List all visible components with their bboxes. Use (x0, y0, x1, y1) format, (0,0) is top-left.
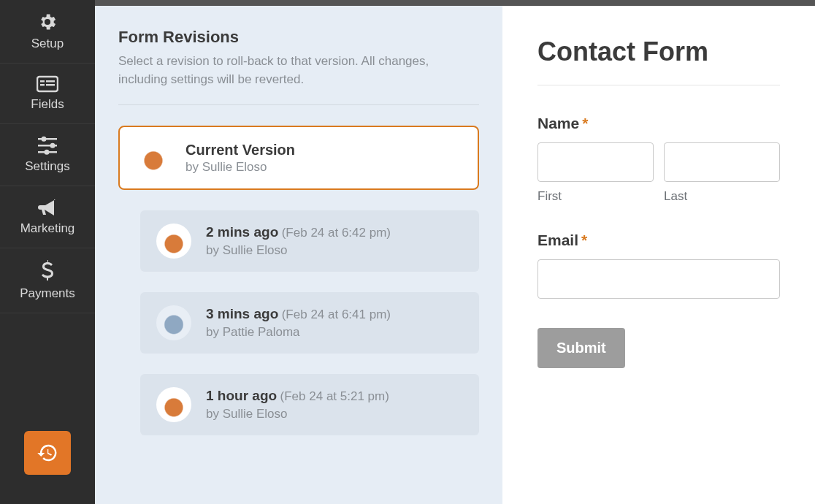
revision-author: by Sullie Eloso (206, 407, 389, 421)
nav-label: Settings (25, 159, 69, 174)
avatar (156, 224, 191, 259)
nav-label: Setup (31, 37, 64, 51)
svg-point-8 (50, 143, 56, 148)
revision-item[interactable]: 1 hour ago (Feb 24 at 5:21 pm) by Sullie… (140, 374, 479, 435)
svg-point-6 (42, 137, 47, 142)
svg-point-10 (45, 150, 50, 155)
last-sublabel: Last (664, 189, 780, 204)
revisions-button[interactable] (24, 431, 71, 475)
nav-setup[interactable]: Setup (0, 0, 95, 64)
revision-time: 1 hour ago (206, 388, 277, 403)
current-version-title: Current Version (185, 142, 295, 159)
revision-item[interactable]: 2 mins ago (Feb 24 at 6:42 pm) by Sullie… (140, 210, 479, 272)
revision-author: by Pattie Paloma (206, 325, 391, 340)
bullhorn-icon (37, 198, 58, 217)
revision-author: by Sullie Eloso (206, 243, 391, 258)
form-title: Contact Form (537, 37, 780, 85)
required-mark: * (581, 232, 587, 248)
avatar (136, 140, 171, 175)
first-name-input[interactable] (537, 142, 654, 182)
nav-label: Payments (20, 286, 75, 301)
last-name-input[interactable] (664, 142, 780, 182)
revision-item[interactable]: 3 mins ago (Feb 24 at 6:41 pm) by Pattie… (140, 292, 479, 354)
avatar (156, 387, 191, 422)
gear-icon (37, 12, 58, 32)
svg-rect-4 (46, 84, 55, 86)
nav-fields[interactable]: Fields (0, 64, 95, 124)
revisions-description: Select a revision to roll-back to that v… (118, 53, 479, 105)
revision-time: 2 mins ago (206, 224, 278, 240)
name-label: Name* (537, 115, 780, 132)
current-version-author: by Sullie Eloso (185, 160, 295, 175)
history-icon (37, 442, 58, 464)
nav-label: Fields (31, 97, 64, 112)
nav-label: Marketing (20, 221, 75, 236)
revision-date: (Feb 24 at 6:41 pm) (282, 308, 391, 321)
form-preview-panel: Contact Form Name* First Last Email* Sub… (502, 0, 815, 504)
nav-settings[interactable]: Settings (0, 124, 95, 186)
avatar (156, 305, 191, 340)
form-icon (37, 75, 58, 93)
submit-button[interactable]: Submit (537, 328, 625, 368)
email-label: Email* (537, 232, 780, 249)
revision-current[interactable]: Current Version by Sullie Eloso (118, 126, 479, 190)
sliders-icon (37, 136, 58, 155)
svg-rect-1 (40, 80, 45, 83)
svg-rect-5 (38, 138, 57, 140)
svg-rect-3 (40, 84, 45, 86)
left-sidebar: Setup Fields Settings Marketing Payments (0, 0, 95, 504)
nav-payments[interactable]: Payments (0, 248, 95, 313)
required-mark: * (582, 115, 588, 131)
revision-date: (Feb 24 at 5:21 pm) (280, 389, 389, 403)
revisions-panel: Form Revisions Select a revision to roll… (95, 0, 502, 504)
revisions-title: Form Revisions (118, 28, 479, 47)
email-input[interactable] (537, 259, 780, 299)
nav-marketing[interactable]: Marketing (0, 186, 95, 248)
revision-time: 3 mins ago (206, 306, 278, 321)
first-sublabel: First (537, 189, 654, 204)
revision-date: (Feb 24 at 6:42 pm) (282, 226, 391, 240)
svg-rect-2 (46, 80, 55, 83)
dollar-icon (41, 260, 54, 282)
